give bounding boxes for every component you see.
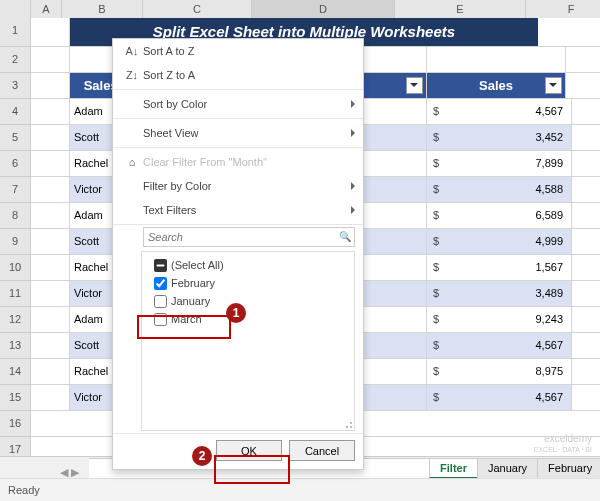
cell-sales[interactable]: $4,567: [427, 385, 572, 411]
cell-sales[interactable]: $3,489: [427, 281, 572, 307]
callout-2: 2: [192, 446, 212, 466]
tab-february[interactable]: February: [537, 458, 600, 479]
filter-by-color[interactable]: Filter by Color: [113, 174, 363, 198]
clear-filter-icon: ⌂: [121, 156, 143, 168]
check-january[interactable]: January: [146, 292, 350, 310]
callout-1: 1: [226, 303, 246, 323]
header-sales: Sales: [427, 73, 566, 99]
cell-sales[interactable]: $6,589: [427, 203, 572, 229]
search-icon: 🔍: [339, 231, 351, 242]
sort-za-icon: Z↓: [121, 69, 143, 81]
check-select-all[interactable]: (Select All): [146, 256, 350, 274]
chevron-right-icon: [351, 206, 355, 214]
filter-search[interactable]: 🔍: [143, 227, 355, 247]
chevron-right-icon: [351, 100, 355, 108]
cell-sales[interactable]: $4,567: [427, 333, 572, 359]
cell-sales[interactable]: $9,243: [427, 307, 572, 333]
sort-az[interactable]: A↓Sort A to Z: [113, 39, 363, 63]
sort-by-color[interactable]: Sort by Color: [113, 92, 363, 116]
clear-filter: ⌂Clear Filter From "Month": [113, 150, 363, 174]
check-february[interactable]: February: [146, 274, 350, 292]
cell-sales[interactable]: $8,975: [427, 359, 572, 385]
search-input[interactable]: [143, 227, 355, 247]
cell-sales[interactable]: $4,999: [427, 229, 572, 255]
cell-sales[interactable]: $4,567: [427, 99, 572, 125]
filter-checklist: (Select All) February January March: [141, 251, 355, 431]
resize-handle-icon[interactable]: [342, 418, 352, 428]
filter-dropdown-icon[interactable]: [406, 77, 423, 94]
cell-sales[interactable]: $1,567: [427, 255, 572, 281]
cell-sales[interactable]: $4,588: [427, 177, 572, 203]
sort-az-icon: A↓: [121, 45, 143, 57]
status-bar: Ready: [0, 478, 600, 501]
column-headers: ABCDEF: [0, 0, 600, 18]
filter-context-menu: A↓Sort A to Z Z↓Sort Z to A Sort by Colo…: [112, 38, 364, 470]
watermark: exceldemyEXCEL · DATA · BI: [534, 433, 592, 455]
annotation-box: [214, 455, 290, 484]
filter-dropdown-icon[interactable]: [545, 77, 562, 94]
chevron-right-icon: [351, 129, 355, 137]
tab-january[interactable]: January: [477, 458, 538, 479]
chevron-right-icon: [351, 182, 355, 190]
cell-sales[interactable]: $7,899: [427, 151, 572, 177]
text-filters[interactable]: Text Filters: [113, 198, 363, 222]
sort-za[interactable]: Z↓Sort Z to A: [113, 63, 363, 87]
cancel-button[interactable]: Cancel: [289, 440, 355, 461]
annotation-box: [137, 315, 231, 339]
cell-sales[interactable]: $3,452: [427, 125, 572, 151]
sheet-view[interactable]: Sheet View: [113, 121, 363, 145]
tab-filter[interactable]: Filter: [429, 458, 478, 479]
